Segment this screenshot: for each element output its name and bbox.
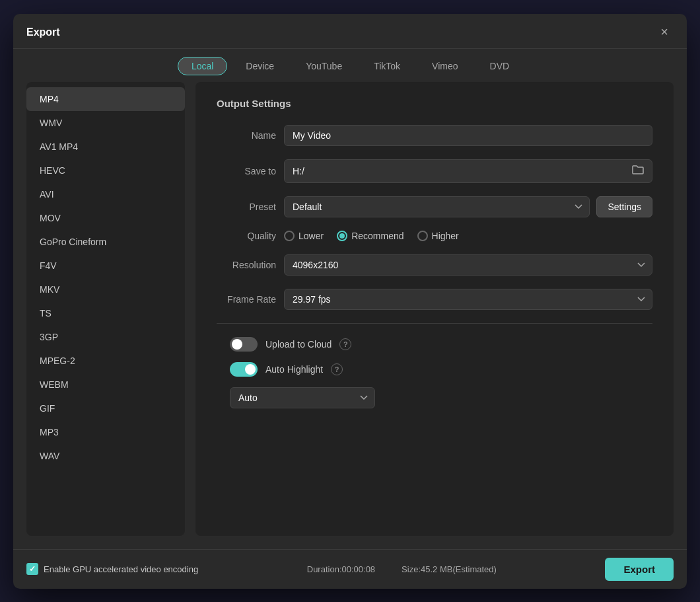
preset-controls: Default Custom Settings (284, 196, 652, 217)
format-mp4[interactable]: MP4 (26, 87, 185, 111)
settings-panel: Output Settings Name Save to H:/ (195, 82, 674, 536)
upload-cloud-row: Upload to Cloud ? (217, 337, 652, 352)
quality-options: Lower Recommend Higher (284, 231, 652, 241)
name-row: Name (217, 125, 652, 146)
radio-higher (417, 231, 428, 241)
quality-recommend-label: Recommend (351, 231, 403, 241)
save-to-label: Save to (217, 166, 276, 176)
resolution-row: Resolution 4096x2160 1920x1080 1280x720 (217, 254, 652, 276)
preset-label: Preset (217, 202, 276, 212)
preset-select[interactable]: Default Custom (284, 196, 590, 217)
duration-text: Duration:00:00:08 (307, 564, 375, 574)
name-input[interactable] (284, 125, 652, 146)
settings-button[interactable]: Settings (596, 196, 652, 217)
format-f4v[interactable]: F4V (26, 254, 185, 278)
quality-higher[interactable]: Higher (417, 231, 459, 241)
section-title: Output Settings (217, 98, 652, 109)
frame-rate-row: Frame Rate 29.97 fps 60 fps 30 fps 24 fp… (217, 289, 652, 310)
tab-local[interactable]: Local (178, 57, 227, 75)
upload-cloud-label: Upload to Cloud (265, 339, 332, 350)
divider (217, 323, 652, 324)
format-wmv[interactable]: WMV (26, 111, 185, 135)
auto-highlight-label: Auto Highlight (265, 364, 323, 375)
frame-rate-select[interactable]: 29.97 fps 60 fps 30 fps 24 fps (284, 289, 652, 310)
auto-highlight-select[interactable]: Auto None (230, 387, 375, 408)
name-label: Name (217, 130, 276, 141)
folder-icon[interactable] (632, 165, 644, 178)
toggle-knob-cloud (232, 339, 242, 350)
preset-row: Preset Default Custom Settings (217, 196, 652, 217)
path-row: H:/ (284, 159, 652, 183)
format-mp3[interactable]: MP3 (26, 420, 185, 444)
save-to-row: Save to H:/ (217, 159, 652, 183)
auto-highlight-help-icon[interactable]: ? (331, 363, 343, 375)
auto-highlight-toggle[interactable] (230, 362, 258, 377)
gpu-checkbox-row: ✓ Enable GPU accelerated video encoding (26, 563, 198, 575)
tab-dvd[interactable]: DVD (477, 57, 523, 75)
format-gopro[interactable]: GoPro Cineform (26, 230, 185, 254)
format-gif[interactable]: GIF (26, 396, 185, 420)
export-button[interactable]: Export (605, 558, 674, 581)
quality-lower-label: Lower (298, 231, 324, 241)
quality-lower[interactable]: Lower (284, 231, 324, 241)
radio-recommend (337, 231, 347, 241)
tab-vimeo[interactable]: Vimeo (419, 57, 471, 75)
quality-row: Quality Lower Recommend Higher (217, 231, 652, 241)
quality-label: Quality (217, 231, 276, 241)
checkmark-icon: ✓ (29, 564, 36, 574)
toggle-knob-highlight (245, 364, 256, 375)
format-wav[interactable]: WAV (26, 444, 185, 468)
dialog-body: MP4 WMV AV1 MP4 HEVC AVI MOV GoPro Cinef… (13, 82, 687, 549)
format-hevc[interactable]: HEVC (26, 159, 185, 182)
radio-lower (284, 231, 295, 241)
quality-higher-label: Higher (432, 231, 459, 241)
format-av1mp4[interactable]: AV1 MP4 (26, 135, 185, 159)
dialog-footer: ✓ Enable GPU accelerated video encoding … (13, 549, 687, 589)
resolution-select[interactable]: 4096x2160 1920x1080 1280x720 (284, 254, 652, 276)
quality-recommend[interactable]: Recommend (337, 231, 403, 241)
dialog-title: Export (26, 26, 60, 38)
format-mpeg2[interactable]: MPEG-2 (26, 349, 185, 373)
size-text: Size:45.2 MB(Estimated) (402, 564, 497, 574)
resolution-label: Resolution (217, 260, 276, 270)
tab-youtube[interactable]: YouTube (293, 57, 355, 75)
path-text: H:/ (293, 166, 627, 176)
tab-device[interactable]: Device (232, 57, 287, 75)
tabs-row: Local Device YouTube TikTok Vimeo DVD (13, 49, 687, 82)
format-ts[interactable]: TS (26, 301, 185, 325)
frame-rate-label: Frame Rate (217, 294, 276, 305)
format-avi[interactable]: AVI (26, 182, 185, 206)
upload-cloud-toggle[interactable] (230, 337, 258, 352)
format-mov[interactable]: MOV (26, 206, 185, 230)
auto-highlight-row: Auto Highlight ? (217, 362, 652, 377)
close-button[interactable]: × (655, 23, 674, 42)
gpu-checkbox[interactable]: ✓ (26, 563, 38, 575)
format-mkv[interactable]: MKV (26, 278, 185, 301)
tab-tiktok[interactable]: TikTok (361, 57, 413, 75)
upload-cloud-help-icon[interactable]: ? (339, 338, 351, 350)
footer-info: Duration:00:00:08 Size:45.2 MB(Estimated… (209, 564, 594, 574)
format-3gp[interactable]: 3GP (26, 325, 185, 349)
format-webm[interactable]: WEBM (26, 373, 185, 396)
dialog-header: Export × (13, 14, 687, 49)
gpu-checkbox-label: Enable GPU accelerated video encoding (44, 564, 198, 574)
format-list: MP4 WMV AV1 MP4 HEVC AVI MOV GoPro Cinef… (26, 82, 185, 536)
export-dialog: Export × Local Device YouTube TikTok Vim… (13, 14, 687, 589)
